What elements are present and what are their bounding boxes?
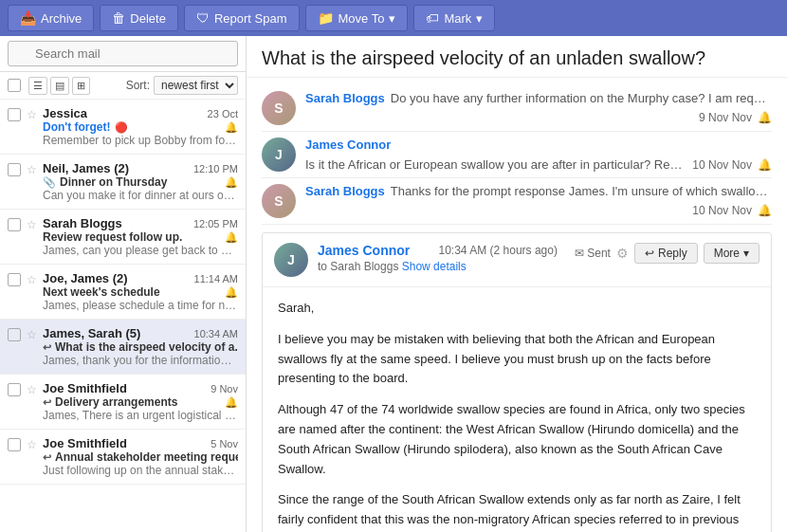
email-body-paragraph: Although 47 of the 74 worldwide swallow …: [278, 400, 756, 479]
delete-label: Delete: [130, 11, 166, 26]
avatar: J: [262, 138, 296, 172]
email-body: Sarah Bloggs 12:05 PM Review request fol…: [43, 216, 238, 257]
search-input[interactable]: [8, 41, 238, 66]
email-date: 12:05 PM: [193, 218, 238, 229]
snooze-icon: 🔔: [225, 286, 238, 299]
avatar: S: [262, 91, 296, 125]
sort-select[interactable]: newest first oldest first: [154, 76, 238, 95]
more-button[interactable]: More ▾: [704, 243, 760, 264]
expanded-body: Sarah,I believe you may be mistaken with…: [263, 287, 771, 532]
email-date: 11:14 AM: [194, 273, 238, 284]
list-item[interactable]: ☆ Sarah Bloggs 12:05 PM Review request f…: [0, 210, 246, 265]
expanded-to: to Sarah Bloggs Show details: [318, 260, 558, 273]
email-body-paragraph: Since the range of the South African Swa…: [278, 490, 756, 532]
archive-button[interactable]: 📥 Archive: [8, 5, 94, 31]
email-body: Joe, James (2) 11:14 AM Next week's sche…: [43, 271, 238, 312]
list-item[interactable]: ☆ Neil, James (2) 12:10 PM 📎 Dinner on T…: [0, 155, 246, 210]
snooze-icon: 🔔: [225, 121, 238, 134]
list-controls: ☰ ▤ ⊞ Sort: newest first oldest first: [0, 72, 246, 100]
email-body-paragraph: I believe you may be mistaken with belie…: [278, 330, 756, 389]
thread-list: S Sarah Bloggs Do you have any further i…: [247, 78, 787, 532]
star-button[interactable]: ☆: [27, 438, 37, 451]
shield-icon: 🛡: [196, 10, 210, 26]
email-sender: Joe Smithfield: [43, 436, 127, 450]
list-item[interactable]: ☆ Joe, James (2) 11:14 AM Next week's sc…: [0, 265, 246, 320]
expanded-time: 10:34 AM (2 hours ago): [439, 244, 558, 257]
view-compact-button[interactable]: ▤: [50, 77, 69, 95]
show-details-link[interactable]: Show details: [402, 260, 467, 273]
thread-item[interactable]: S Sarah Bloggs Thanks for the prompt res…: [262, 178, 772, 225]
star-button[interactable]: ☆: [27, 218, 37, 231]
move-to-button[interactable]: 📁 Move To ▾: [305, 5, 409, 31]
email-checkbox[interactable]: [8, 108, 21, 121]
email-subject-heading: What is the airspeed velocity of an unla…: [247, 36, 787, 78]
email-sender: Sarah Bloggs: [43, 216, 122, 230]
email-preview: Remember to pick up Bobby from football …: [43, 134, 238, 147]
email-date: 12:10 PM: [193, 163, 238, 174]
view-grid-button[interactable]: ⊞: [72, 77, 90, 95]
urgent-icon: 🔴: [115, 121, 128, 134]
mark-button[interactable]: 🏷 Mark ▾: [413, 5, 495, 31]
snooze-icon: 🔔: [225, 396, 238, 409]
thread-date: 10 Nov Nov: [692, 158, 752, 172]
email-subject: ↩ What is the airspeed velocity of a... …: [43, 340, 238, 354]
reply-icon: ↩: [645, 247, 654, 260]
email-body-paragraph: Sarah,: [278, 299, 756, 319]
email-preview: James, There is an urgent logistical nee…: [43, 409, 238, 422]
expanded-header: J James Connor 10:34 AM (2 hours ago) to…: [263, 233, 771, 287]
email-preview: Just following up on the annual stakehol…: [43, 464, 238, 477]
thread-date: 10 Nov Nov: [692, 204, 752, 217]
email-checkbox[interactable]: [8, 438, 21, 451]
reply-indicator-icon: ↩: [43, 396, 51, 409]
reply-button[interactable]: ↩ Reply: [634, 243, 698, 264]
select-all-checkbox[interactable]: [8, 79, 21, 92]
snooze-icon: 🔔: [225, 176, 238, 189]
star-button[interactable]: ☆: [27, 383, 37, 396]
star-button[interactable]: ☆: [27, 163, 37, 176]
email-sender: Joe, James (2): [43, 271, 128, 285]
thread-item[interactable]: S Sarah Bloggs Do you have any further i…: [262, 85, 772, 132]
reply-indicator-icon: ↩: [43, 451, 51, 464]
email-body: James, Sarah (5) 10:34 AM ↩ What is the …: [43, 326, 238, 367]
thread-item[interactable]: J James Connor Is it the African or Euro…: [262, 132, 772, 178]
email-preview: Can you make it for dinner at ours on Th…: [43, 189, 238, 202]
email-body: Neil, James (2) 12:10 PM 📎 Dinner on Thu…: [43, 161, 238, 202]
thread-content: Sarah Bloggs Do you have any further inf…: [305, 91, 772, 124]
list-item[interactable]: ☆ Joe Smithfield 9 Nov ↩ Delivery arrang…: [0, 375, 246, 430]
expanded-meta: James Connor 10:34 AM (2 hours ago) to S…: [318, 243, 558, 273]
email-date: 23 Oct: [208, 108, 238, 119]
delete-icon: 🗑: [112, 10, 125, 26]
email-checkbox[interactable]: [8, 163, 21, 176]
email-checkbox[interactable]: [8, 383, 21, 396]
attachment-icon: 📎: [43, 176, 56, 189]
email-preview: James, thank you for the information. I …: [43, 354, 238, 367]
email-subject: Next week's schedule 🔔: [43, 285, 238, 299]
list-item[interactable]: ☆ James, Sarah (5) 10:34 AM ↩ What is th…: [0, 320, 246, 375]
report-spam-label: Report Spam: [214, 11, 287, 26]
email-checkbox[interactable]: [8, 273, 21, 286]
star-button[interactable]: ⚙: [616, 246, 629, 261]
thread-date: 9 Nov Nov: [699, 111, 752, 124]
email-sender: Jessica: [43, 106, 87, 120]
delete-button[interactable]: 🗑 Delete: [100, 5, 178, 31]
view-list-button[interactable]: ☰: [28, 77, 47, 95]
thread-content: James Connor Is it the African or Europe…: [305, 138, 772, 172]
thread-preview-text: Is it the African or European swallow yo…: [305, 157, 685, 172]
report-spam-button[interactable]: 🛡 Report Spam: [184, 5, 300, 31]
thread-sender-name: Sarah Bloggs: [305, 91, 385, 105]
thread-sender-name: James Connor: [305, 138, 391, 152]
email-checkbox[interactable]: [8, 328, 21, 341]
email-sender: James, Sarah (5): [43, 326, 140, 340]
thread-content: Sarah Bloggs Thanks for the prompt respo…: [305, 184, 772, 217]
list-item[interactable]: ☆ Joe Smithfield 5 Nov ↩ Annual stakehol…: [0, 430, 246, 485]
star-button[interactable]: ☆: [27, 328, 37, 341]
email-checkbox[interactable]: [8, 218, 21, 231]
star-button[interactable]: ☆: [27, 273, 37, 286]
folder-icon: 📁: [318, 10, 334, 26]
list-item[interactable]: ☆ Jessica 23 Oct Don't forget! 🔴 🔔 Remem…: [0, 100, 246, 155]
search-bar: 🔍: [0, 36, 246, 72]
chevron-down-icon: ▾: [743, 247, 749, 260]
sort-label: Sort:: [126, 79, 150, 92]
expanded-actions: ✉ Sent ⚙ ↩ Reply More ▾: [575, 243, 760, 264]
star-button[interactable]: ☆: [27, 108, 37, 121]
